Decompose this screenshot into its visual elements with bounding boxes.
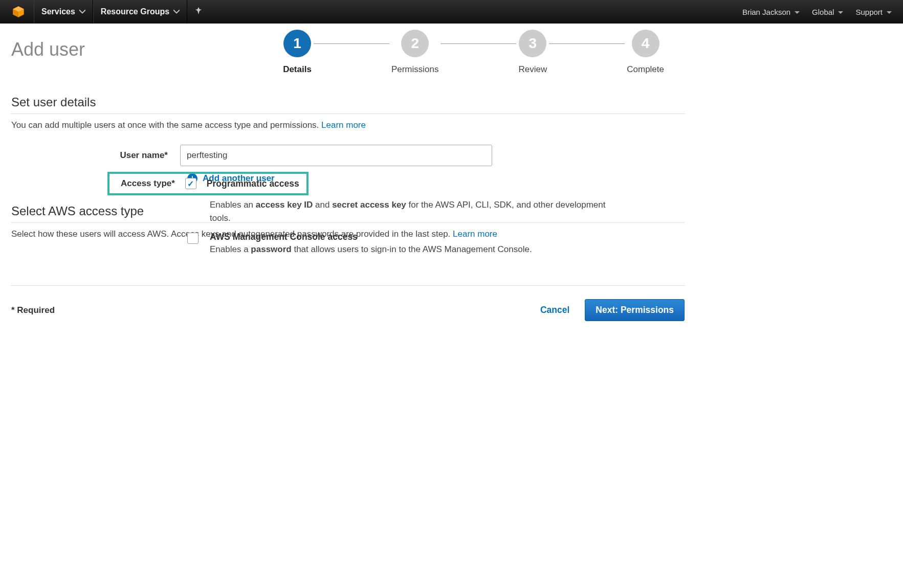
step-label-1: Details — [283, 64, 312, 75]
nav-resource-groups[interactable]: Resource Groups — [93, 0, 187, 24]
nav-account-label: Brian Jackson — [742, 8, 790, 16]
wizard-step-details: 1 Details — [283, 30, 312, 75]
checkbox-programmatic-access[interactable] — [185, 178, 196, 189]
caret-down-icon — [838, 8, 843, 16]
checkbox-console-access[interactable] — [187, 233, 199, 244]
page-title: Add user — [11, 39, 85, 60]
option-console-desc: Enables a password that allows users to … — [210, 244, 532, 255]
wizard-step-complete: 4 Complete — [627, 30, 664, 75]
nav-resource-groups-label: Resource Groups — [101, 7, 169, 16]
nav-support[interactable]: Support — [849, 0, 898, 24]
next-permissions-button[interactable]: Next: Permissions — [585, 299, 685, 321]
svg-marker-3 — [795, 11, 800, 14]
wizard-step-review: 3 Review — [518, 30, 547, 75]
step-circle-4: 4 — [632, 30, 659, 57]
step-circle-1: 1 — [283, 30, 311, 57]
wizard-connector — [549, 43, 625, 44]
section-user-details: Set user details You can add multiple us… — [11, 95, 685, 184]
learn-more-link[interactable]: Learn more — [321, 120, 366, 130]
svg-marker-5 — [887, 11, 892, 14]
access-type-highlight-box: Access type* Programmatic access — [107, 172, 309, 195]
option-programmatic-desc: Enables an access key ID and secret acce… — [210, 198, 609, 224]
step-circle-2: 2 — [401, 30, 429, 57]
wizard-step-permissions: 2 Permissions — [391, 30, 439, 75]
nav-services[interactable]: Services — [34, 0, 93, 24]
step-label-3: Review — [518, 64, 547, 75]
section-user-heading: Set user details — [11, 95, 685, 114]
section-user-desc-text: You can add multiple users at once with … — [11, 120, 321, 130]
section-user-desc: You can add multiple users at once with … — [11, 120, 685, 130]
option-console-title: AWS Management Console access — [210, 232, 532, 242]
wizard-connector — [314, 43, 389, 44]
caret-down-icon — [79, 7, 85, 16]
nav-services-label: Services — [41, 7, 75, 16]
caret-down-icon — [887, 8, 892, 16]
option-programmatic-title: Programmatic access — [207, 178, 299, 189]
required-note: * Required — [11, 305, 55, 315]
nav-region-label: Global — [812, 8, 834, 16]
step-label-4: Complete — [627, 64, 664, 75]
svg-marker-4 — [838, 11, 843, 14]
nav-account[interactable]: Brian Jackson — [736, 0, 806, 24]
nav-support-label: Support — [855, 8, 883, 16]
access-type-label: Access type* — [121, 178, 175, 189]
step-label-2: Permissions — [391, 64, 439, 75]
pin-icon[interactable] — [187, 7, 210, 17]
caret-down-icon — [795, 8, 800, 16]
step-circle-3: 3 — [519, 30, 546, 57]
wizard-connector — [441, 43, 516, 44]
aws-logo-icon[interactable] — [11, 5, 28, 19]
cancel-button[interactable]: Cancel — [531, 300, 579, 321]
top-navbar: Services Resource Groups Brian Jackson G… — [0, 0, 903, 24]
nav-region[interactable]: Global — [806, 0, 849, 24]
wizard-steps: 1 Details 2 Permissions 3 Review 4 Compl… — [283, 30, 685, 75]
username-input[interactable] — [180, 145, 492, 166]
username-label: User name* — [11, 150, 180, 161]
caret-down-icon — [173, 7, 180, 16]
